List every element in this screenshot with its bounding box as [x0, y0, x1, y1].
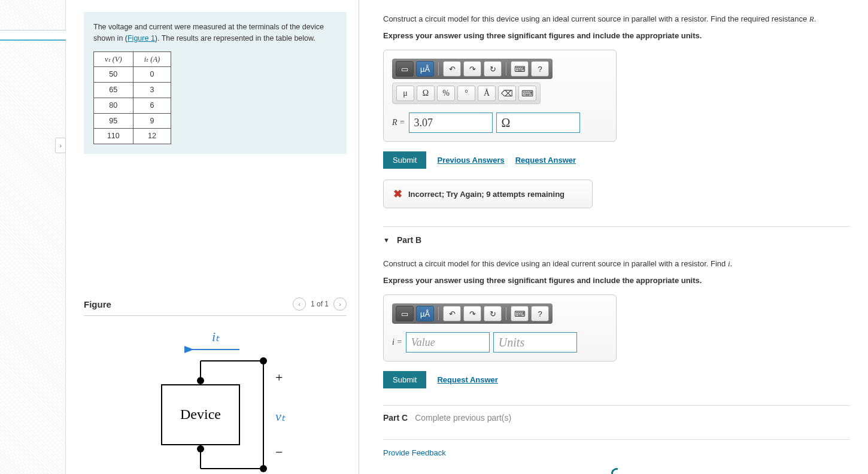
sym-degree[interactable]: ° — [457, 86, 475, 101]
pearson-logo — [383, 468, 850, 474]
units-icon[interactable]: µÅ — [416, 306, 434, 321]
col-header-i: iₜ (A) — [133, 51, 171, 67]
sym-ohm[interactable]: Ω — [417, 86, 435, 101]
reset-icon[interactable]: ↻ — [484, 306, 502, 321]
help-icon[interactable]: ? — [531, 306, 549, 321]
request-answer-link[interactable]: Request Answer — [515, 156, 576, 165]
svg-point-6 — [260, 357, 267, 364]
figure-prev-button[interactable]: ‹ — [293, 297, 306, 311]
previous-answers-link[interactable]: Previous Answers — [437, 156, 504, 165]
svg-point-7 — [260, 465, 267, 472]
problem-intro-b: ). The results are represented in the ta… — [155, 34, 315, 42]
redo-icon[interactable]: ↷ — [463, 61, 481, 77]
partb-instruct: Express your answer using three signific… — [383, 275, 850, 287]
label-minus: − — [275, 445, 283, 460]
col-header-v: vₜ (V) — [94, 51, 133, 67]
svg-point-8 — [197, 377, 204, 384]
label-it: iₜ — [211, 329, 219, 344]
partc-row: Part C Complete previous part(s) — [383, 405, 850, 423]
figure-counter: 1 of 1 — [311, 300, 329, 308]
collapse-sidebar-button[interactable]: › — [55, 138, 66, 153]
partb-prompt: Construct a circuit model for this devic… — [383, 259, 728, 268]
keyboard-icon[interactable]: ⌨ — [511, 306, 529, 321]
feedback-text: Incorrect; Try Again; 9 attempts remaini… — [408, 190, 564, 199]
table-row: 653 — [94, 83, 171, 98]
label-vt: vₜ — [275, 409, 286, 424]
data-table: vₜ (V) iₜ (A) 500 653 806 959 11012 — [93, 51, 171, 145]
pearson-icon — [609, 466, 624, 474]
partb-answer-box: ▭ µÅ ↶ ↷ ↻ ⌨ ? i = — [383, 294, 617, 361]
provide-feedback-link[interactable]: Provide Feedback — [383, 439, 850, 457]
svg-point-9 — [197, 445, 204, 452]
partb-unit-input[interactable] — [493, 332, 577, 353]
table-row: 806 — [94, 98, 171, 113]
template-icon[interactable]: ▭ — [396, 306, 414, 321]
redo-icon[interactable]: ↷ — [463, 306, 481, 321]
template-icon[interactable]: ▭ — [396, 61, 414, 77]
partc-title: Part C — [383, 413, 408, 423]
symbol-toolbar: μ Ω % ° Å ⌫ ⌨ — [392, 83, 541, 104]
label-device: Device — [180, 406, 221, 422]
parta-var: R — [809, 14, 814, 23]
sym-backspace[interactable]: ⌫ — [498, 86, 516, 101]
sym-percent[interactable]: % — [437, 86, 455, 101]
reset-icon[interactable]: ↻ — [484, 61, 502, 77]
equation-toolbar: ▭ µÅ ↶ ↷ ↻ ⌨ ? — [392, 59, 553, 79]
partb-header[interactable]: ▼ Part B — [383, 226, 850, 245]
parta-submit-button[interactable]: Submit — [383, 151, 426, 169]
incorrect-icon: ✖ — [393, 187, 402, 200]
feedback-box: ✖ Incorrect; Try Again; 9 attempts remai… — [383, 180, 593, 208]
parta-answer-box: ▭ µÅ ↶ ↷ ↻ ⌨ ? μ Ω % ° Å ⌫ ⌨ — [383, 50, 617, 142]
figure-title: Figure — [84, 299, 111, 309]
parta-prompt: Construct a circuit model for this devic… — [383, 14, 809, 23]
sym-angstrom[interactable]: Å — [478, 86, 496, 101]
problem-column: The voltage and current were measured at… — [66, 0, 359, 474]
equation-toolbar-b: ▭ µÅ ↶ ↷ ↻ ⌨ ? — [392, 303, 553, 324]
partb-value-input[interactable] — [406, 332, 490, 353]
circuit-figure: iₜ Device + vₜ − — [126, 328, 305, 474]
label-plus: + — [275, 370, 283, 385]
partb-submit-button[interactable]: Submit — [383, 371, 426, 388]
table-row: 959 — [94, 113, 171, 129]
answer-column: Construct a circuit model for this devic… — [359, 0, 868, 474]
units-icon[interactable]: µÅ — [416, 61, 434, 77]
sym-mu[interactable]: μ — [396, 86, 414, 101]
parta-unit-input[interactable] — [496, 113, 580, 133]
partb-label: i = — [392, 338, 402, 347]
figure-next-button[interactable]: › — [333, 297, 347, 311]
table-row: 500 — [94, 67, 171, 83]
figure-ref-link[interactable]: Figure 1 — [128, 34, 155, 42]
undo-icon[interactable]: ↶ — [443, 306, 461, 321]
parta-value-input[interactable] — [409, 113, 493, 133]
nav-sidebar: › — [0, 0, 66, 474]
sidebar-tab[interactable] — [0, 30, 66, 41]
table-row: 11012 — [94, 129, 171, 144]
problem-statement: The voltage and current were measured at… — [84, 12, 347, 154]
partb-request-answer-link[interactable]: Request Answer — [437, 375, 497, 384]
parta-instruct: Express your answer using three signific… — [383, 30, 850, 42]
caret-down-icon: ▼ — [383, 236, 390, 244]
figure-section: Figure ‹ 1 of 1 › iₜ — [84, 297, 347, 474]
parta-label: R = — [392, 118, 405, 127]
partb-title: Part B — [397, 235, 421, 245]
keyboard-icon[interactable]: ⌨ — [511, 61, 529, 77]
undo-icon[interactable]: ↶ — [443, 61, 461, 77]
help-icon[interactable]: ? — [531, 61, 549, 77]
sym-keyboard[interactable]: ⌨ — [518, 86, 536, 101]
partc-text: Complete previous part(s) — [415, 413, 511, 423]
